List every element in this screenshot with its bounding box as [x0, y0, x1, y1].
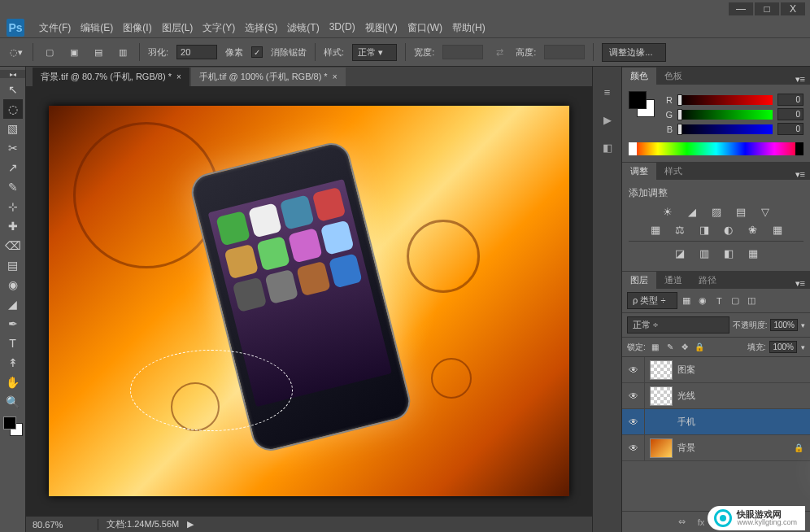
layer-filter-icon[interactable]: T	[713, 295, 725, 307]
visibility-eye-icon[interactable]: 👁	[622, 383, 645, 408]
layer-name[interactable]: 背景	[677, 442, 794, 454]
menu-item[interactable]: 帮助(H)	[447, 19, 490, 37]
feather-input[interactable]	[176, 45, 217, 59]
collapsed-panel-icon[interactable]: ≡	[599, 83, 616, 101]
menu-item[interactable]: 窗口(W)	[403, 19, 447, 37]
color-swatches[interactable]	[629, 91, 655, 117]
tab-close-icon[interactable]: ×	[333, 72, 338, 81]
doc-info-arrow-icon[interactable]: ▶	[187, 519, 194, 530]
adjustment-icon[interactable]: ◨	[696, 223, 712, 236]
layer-row[interactable]: 👁手机	[622, 409, 810, 435]
tool-preset-icon[interactable]: ◌▾	[8, 44, 24, 60]
adjustment-icon[interactable]: ▦	[769, 223, 786, 236]
adjustment-icon[interactable]: ◪	[672, 246, 688, 259]
menu-item[interactable]: 滤镜(T)	[282, 19, 324, 37]
tool-button[interactable]: ✎	[3, 177, 23, 197]
adjustment-icon[interactable]: ▥	[696, 246, 712, 259]
layers-footer-icon[interactable]: ⇔	[675, 516, 688, 529]
document-tab[interactable]: 背景.tif @ 80.7% (手机, RGB/8) *×	[33, 68, 189, 86]
fg-color-swatch[interactable]	[629, 91, 647, 109]
marquee-selection[interactable]	[130, 350, 293, 431]
g-slider[interactable]	[677, 110, 773, 120]
tab-paths[interactable]: 路径	[690, 272, 725, 289]
layer-filter-dropdown[interactable]: ρ 类型 ÷	[627, 292, 677, 309]
layer-thumbnail[interactable]	[650, 438, 673, 458]
visibility-eye-icon[interactable]: 👁	[622, 409, 645, 434]
menu-item[interactable]: 文字(Y)	[198, 19, 240, 37]
adjustment-icon[interactable]: ◢	[684, 205, 700, 218]
tab-layers[interactable]: 图层	[622, 272, 656, 289]
tool-button[interactable]: ◌	[3, 99, 23, 119]
tool-button[interactable]: 🔍	[3, 392, 23, 412]
layer-filter-icon[interactable]: ▢	[729, 295, 741, 307]
canvas[interactable]	[49, 106, 569, 496]
adjustment-icon[interactable]: ◐	[721, 223, 737, 236]
tool-button[interactable]: ✚	[3, 216, 23, 236]
sel-intersect-icon[interactable]: ▥	[115, 44, 131, 60]
tool-button[interactable]: ⊹	[3, 197, 23, 216]
tool-button[interactable]: ✋	[3, 373, 23, 392]
tab-swatches[interactable]: 色板	[656, 68, 690, 85]
tool-button[interactable]: ▧	[3, 119, 23, 138]
menu-item[interactable]: 编辑(E)	[76, 19, 118, 37]
height-input[interactable]	[544, 45, 585, 59]
collapsed-panel-icon[interactable]: ▶	[599, 111, 616, 129]
adjustment-icon[interactable]: ☀	[660, 205, 676, 218]
opacity-input[interactable]: 100%	[770, 319, 798, 331]
layer-name[interactable]: 光线	[677, 390, 794, 402]
menu-item[interactable]: 图层(L)	[157, 19, 198, 37]
layer-row[interactable]: 👁图案	[622, 357, 810, 383]
swap-wh-icon[interactable]: ⇄	[491, 44, 507, 60]
tab-channels[interactable]: 通道	[656, 272, 690, 289]
zoom-value[interactable]: 80.67%	[33, 520, 89, 530]
tool-button[interactable]: ↖	[3, 80, 23, 99]
menu-item[interactable]: 3D(D)	[324, 19, 360, 37]
r-slider[interactable]	[677, 95, 773, 105]
fill-input[interactable]: 100%	[769, 341, 797, 353]
layer-name[interactable]: 手机	[677, 416, 794, 428]
menu-item[interactable]: 视图(V)	[360, 19, 403, 37]
visibility-eye-icon[interactable]: 👁	[622, 357, 645, 382]
tool-button[interactable]: ✒	[3, 314, 23, 334]
layer-name[interactable]: 图案	[677, 364, 794, 376]
close-button[interactable]: X	[781, 2, 805, 15]
width-input[interactable]	[442, 45, 483, 59]
adjustment-icon[interactable]: ⚖	[672, 223, 688, 236]
tab-adjustments[interactable]: 调整	[622, 163, 656, 180]
b-input[interactable]	[777, 123, 803, 135]
style-dropdown[interactable]: 正常 ▾	[352, 44, 397, 61]
tab-close-icon[interactable]: ×	[176, 72, 181, 81]
panel-menu-icon[interactable]: ▾≡	[790, 169, 810, 180]
minimize-button[interactable]: —	[729, 2, 753, 15]
tool-button[interactable]: ◉	[3, 275, 23, 294]
canvas-area[interactable]	[26, 86, 592, 516]
tool-button[interactable]: ▤	[3, 255, 23, 275]
layer-filter-icon[interactable]: ▦	[681, 295, 692, 307]
layer-filter-icon[interactable]: ◫	[746, 295, 757, 307]
tools-collapse[interactable]: ▸◂	[0, 70, 25, 78]
layer-thumbnail[interactable]	[650, 360, 673, 380]
layers-footer-icon[interactable]: fx	[695, 516, 708, 529]
tool-button[interactable]: ↗	[3, 158, 23, 177]
sel-add-icon[interactable]: ▣	[66, 44, 82, 60]
lock-option-icon[interactable]: ✎	[664, 342, 676, 353]
blend-mode-dropdown[interactable]: 正常 ÷	[627, 316, 729, 334]
collapsed-panel-icon[interactable]: ◧	[599, 138, 616, 156]
tool-button[interactable]: ↟	[3, 353, 23, 373]
tool-button[interactable]: ⌫	[3, 236, 23, 255]
r-input[interactable]	[777, 94, 803, 106]
document-tab[interactable]: 手机.tif @ 100% (手机, RGB/8) *×	[191, 68, 346, 86]
visibility-eye-icon[interactable]: 👁	[622, 435, 645, 460]
menu-item[interactable]: 文件(F)	[34, 19, 76, 37]
maximize-button[interactable]: □	[755, 2, 779, 15]
lock-option-icon[interactable]: ▦	[650, 342, 661, 353]
adjustment-icon[interactable]: ▤	[733, 205, 749, 218]
g-input[interactable]	[777, 108, 803, 120]
antialias-checkbox[interactable]: ✓	[251, 46, 263, 58]
color-spectrum[interactable]	[629, 142, 803, 155]
lock-option-icon[interactable]: 🔒	[694, 342, 705, 353]
adjustment-icon[interactable]: ▦	[745, 246, 761, 259]
lock-option-icon[interactable]: ✥	[679, 342, 690, 353]
menu-item[interactable]: 选择(S)	[240, 19, 282, 37]
layer-thumbnail[interactable]	[650, 386, 673, 406]
